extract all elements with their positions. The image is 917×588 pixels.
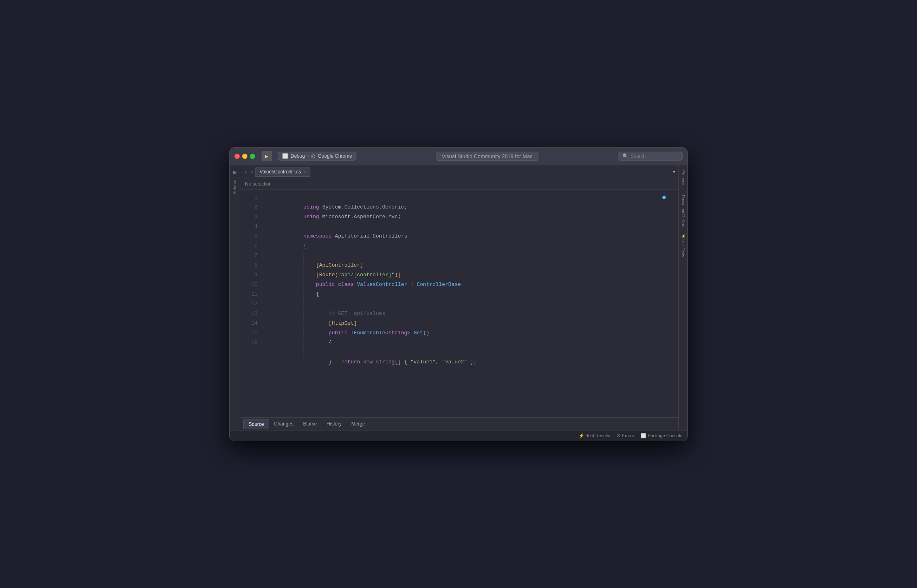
attribute: [HttpGet]: [304, 320, 357, 326]
line-num-3: 3: [240, 212, 262, 222]
breadcrumb-separator: ›: [307, 153, 309, 159]
string: "value2": [442, 359, 467, 365]
editor-container: ‹ › ValuesController.cs × ▾ No selection…: [240, 165, 678, 430]
code-text: [360, 359, 363, 365]
code-line-11: [HttpGet]: [262, 290, 678, 299]
app-title: Visual Studio Community 2019 for Mac: [436, 152, 538, 161]
tab-merge[interactable]: Merge: [346, 419, 370, 429]
code-line-4: namespace ApiTutorial.Controllers: [262, 222, 678, 231]
tab-bar: ‹ › ValuesController.cs × ▾: [240, 165, 678, 179]
string: "api/[controller]": [338, 272, 394, 278]
tab-label: ValuesController.cs: [260, 169, 301, 175]
line-num-7: 7: [240, 251, 262, 261]
no-selection-text: No selection: [245, 181, 272, 187]
line-num-10: 10: [240, 280, 262, 290]
tab-history[interactable]: History: [322, 419, 346, 429]
keyword: using: [304, 214, 319, 220]
traffic-lights: [234, 154, 255, 159]
errors-label: Errors: [622, 433, 634, 438]
diamond-marker: ◆: [662, 194, 666, 200]
line-num-4: 4: [240, 222, 262, 231]
breadcrumb[interactable]: ⬜ Debug › ◎ Google Chrome: [278, 152, 356, 161]
line-num-2: 2: [240, 202, 262, 212]
error-icon: ✕: [617, 433, 620, 438]
console-icon: ⬜: [641, 433, 646, 438]
run-button[interactable]: ▶: [262, 151, 272, 161]
code-text: :: [407, 281, 417, 288]
punctuation: >: [407, 330, 410, 336]
right-tab-properties[interactable]: Properties: [679, 167, 687, 192]
punctuation: }: [304, 359, 332, 365]
class-name: ValuesController: [357, 281, 407, 288]
keyword: using: [304, 204, 319, 210]
keyword: string: [376, 359, 395, 365]
code-text: ,: [435, 359, 442, 365]
tab-forward-button[interactable]: ›: [249, 168, 255, 176]
tab-close-icon[interactable]: ×: [304, 170, 306, 174]
titlebar: ▶ ⬜ Debug › ◎ Google Chrome Visual Studi…: [230, 148, 687, 165]
punctuation: (): [423, 330, 429, 336]
tab-changes[interactable]: Changes: [269, 419, 298, 429]
errors-button[interactable]: ✕ Errors: [617, 433, 634, 438]
tab-back-button[interactable]: ‹: [243, 168, 249, 176]
package-console-label: Package Console: [648, 433, 683, 438]
right-tab-document-outline[interactable]: Document Outline: [679, 192, 687, 230]
line-num-6: 6: [240, 241, 262, 251]
code-text: [373, 359, 376, 365]
code-line-1: using System.Collections.Generic;: [262, 193, 678, 202]
code-line-12: public IEnumerable<string> Get(): [262, 299, 678, 309]
close-button[interactable]: [234, 154, 240, 159]
line-num-1: 1: [240, 193, 262, 202]
sidebar-grid-icon[interactable]: ⊞: [231, 169, 239, 177]
keyword: public: [304, 330, 348, 336]
maximize-button[interactable]: [250, 154, 255, 159]
test-results-button[interactable]: ⚡ Test Results: [579, 433, 610, 438]
minimize-button[interactable]: [242, 154, 247, 159]
test-results-label: Test Results: [586, 433, 610, 438]
line-num-13: 13: [240, 309, 262, 319]
comment: // GET: api/values: [304, 311, 385, 317]
search-placeholder: Search: [630, 153, 646, 159]
line-num-5: 5: [240, 231, 262, 241]
tab-valuescontroller[interactable]: ValuesController.cs ×: [255, 167, 310, 177]
breadcrumb-icon: ⬜: [282, 153, 288, 159]
sidebar-solution-label: Solution: [232, 178, 237, 194]
tab-source[interactable]: Source: [243, 419, 269, 429]
tab-blame[interactable]: Blame: [298, 419, 322, 429]
line-num-8: 8: [240, 261, 262, 270]
right-tab-unit-tests[interactable]: ⚡ Unit Tests: [679, 230, 687, 261]
class-name: ControllerBase: [417, 281, 461, 288]
namespace-text: ApiTutorial.Controllers: [332, 233, 407, 239]
namespace-text: System.Collections.Generic;: [319, 204, 407, 210]
breadcrumb-target: Google Chrome: [318, 153, 352, 159]
package-console-button[interactable]: ⬜ Package Console: [641, 433, 683, 438]
line-num-9: 9: [240, 270, 262, 280]
namespace-text: Microsoft.AspNetCore.Mvc;: [319, 214, 401, 220]
breadcrumb-icon-2: ◎: [311, 153, 315, 159]
keyword: string: [388, 330, 407, 336]
code-content[interactable]: using System.Collections.Generic; using …: [262, 190, 678, 417]
attribute: [ApiController]: [304, 262, 363, 268]
lightning-icon: ⚡: [579, 433, 584, 438]
function-name: Get: [414, 330, 423, 336]
line-num-12: 12: [240, 299, 262, 309]
code-line-7: [Route("api/[controller]")]: [262, 251, 678, 261]
code-text: [348, 330, 351, 336]
search-icon: 🔍: [622, 153, 628, 159]
keyword: namespace: [304, 233, 332, 239]
line-num-11: 11: [240, 290, 262, 299]
code-editor[interactable]: 1 2 3 4 5 6 7 8 9 10 11 12 13 14 15 16: [240, 190, 678, 417]
keyword: class: [338, 281, 354, 288]
main-window: ▶ ⬜ Debug › ◎ Google Chrome Visual Studi…: [229, 147, 688, 441]
tab-dropdown-icon[interactable]: ▾: [673, 169, 675, 175]
line-num-14: 14: [240, 319, 262, 328]
code-line-6: [ApiController]: [262, 241, 678, 251]
code-text: };: [467, 359, 476, 365]
left-sidebar: ⊞ Solution: [230, 165, 240, 430]
class-name: IEnumerable: [351, 330, 385, 336]
search-bar[interactable]: 🔍 Search: [618, 152, 683, 161]
no-selection-bar: No selection: [240, 179, 678, 190]
string: "value1": [410, 359, 435, 365]
code-text: {: [401, 359, 410, 365]
keyword: new: [363, 359, 373, 365]
